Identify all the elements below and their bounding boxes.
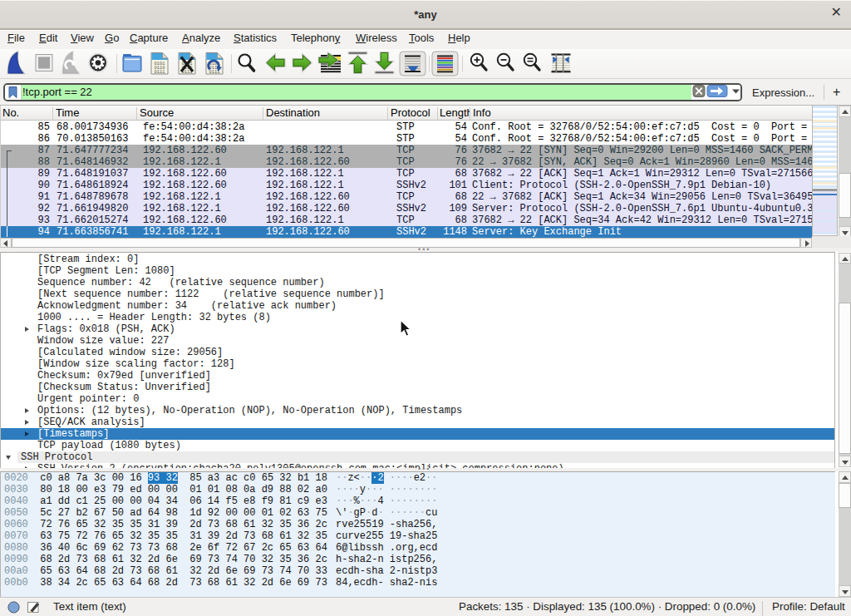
svg-text:0111: 0111 xyxy=(155,70,165,75)
